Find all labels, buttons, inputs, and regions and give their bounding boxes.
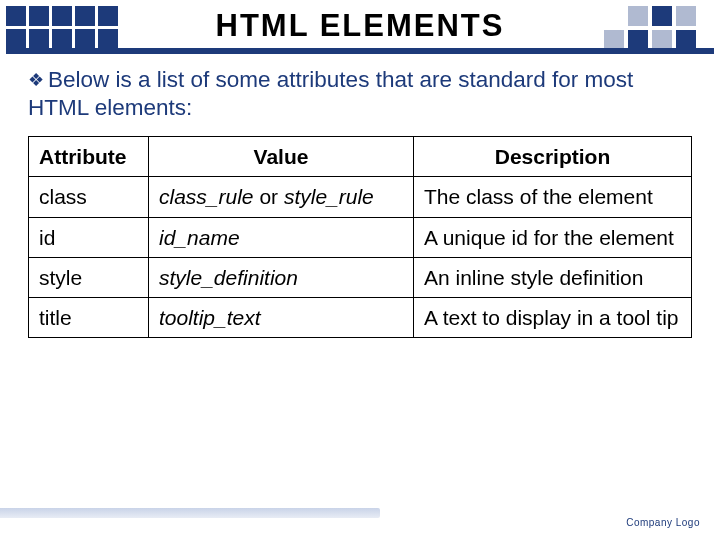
cell-desc: The class of the element [414,177,692,217]
company-logo: Company Logo [626,517,700,528]
header-value: Value [149,137,414,177]
cell-val: class_rule or style_rule [149,177,414,217]
attributes-table: Attribute Value Description class class_… [28,136,692,338]
table-header-row: Attribute Value Description [29,137,692,177]
cell-desc: An inline style definition [414,257,692,297]
bullet-item: ❖Below is a list of some attributes that… [28,66,692,122]
title-underline [6,48,714,54]
cell-attr: style [29,257,149,297]
cell-val: style_definition [149,257,414,297]
content-area: ❖Below is a list of some attributes that… [28,66,692,338]
cell-attr: class [29,177,149,217]
cell-desc: A unique id for the element [414,217,692,257]
cell-val: id_name [149,217,414,257]
table-row: id id_name A unique id for the element [29,217,692,257]
slide: HTML ELEMENTS ❖Below is a list of some a… [0,0,720,540]
cell-val: tooltip_text [149,298,414,338]
diamond-bullet-icon: ❖ [28,69,44,92]
cell-attr: id [29,217,149,257]
page-title: HTML ELEMENTS [0,8,720,44]
header-attribute: Attribute [29,137,149,177]
header-description: Description [414,137,692,177]
cell-desc: A text to display in a tool tip [414,298,692,338]
bullet-text: Below is a list of some attributes that … [28,67,633,120]
table-row: class class_rule or style_rule The class… [29,177,692,217]
table-row: title tooltip_text A text to display in … [29,298,692,338]
table-row: style style_definition An inline style d… [29,257,692,297]
cell-attr: title [29,298,149,338]
footer-bar [0,508,380,518]
